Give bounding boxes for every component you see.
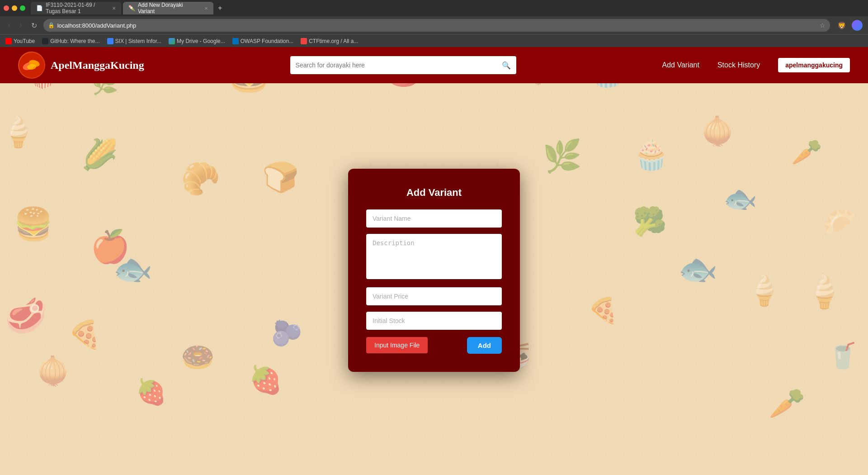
logo-image xyxy=(18,52,45,79)
new-tab-button[interactable]: + xyxy=(215,4,225,12)
bookmarks-bar: YouTube GitHub: Where the... SIX | Siste… xyxy=(0,34,868,47)
forward-button[interactable]: › xyxy=(17,19,24,31)
navbar: ApelManggaKucing 🔍 Add Variant Stock His… xyxy=(0,47,868,83)
modal-title: Add Variant xyxy=(366,187,502,199)
tab-1-label: IF3110-2021-01-69 / Tugas Besar 1 xyxy=(46,2,108,14)
address-bar[interactable] xyxy=(57,22,817,29)
address-bar-container[interactable]: 🔒 ☆ xyxy=(43,19,830,32)
nav-stock-history[interactable]: Stock History xyxy=(717,61,760,69)
price-group xyxy=(366,287,502,305)
nav-add-variant[interactable]: Add Variant xyxy=(662,61,699,69)
nav-links: Add Variant Stock History apelmanggakuci… xyxy=(662,58,850,72)
ctf-favicon xyxy=(301,38,307,44)
minimize-button[interactable] xyxy=(12,5,17,11)
bookmark-yt-label: YouTube xyxy=(14,38,35,44)
tab-2-favicon: 🍡 xyxy=(128,5,135,11)
add-variant-modal: Add Variant Input Image File Add xyxy=(348,169,520,372)
tab-1[interactable]: 📄 IF3110-2021-01-69 / Tugas Besar 1 ✕ xyxy=(31,2,121,14)
bookmark-youtube[interactable]: YouTube xyxy=(5,38,35,44)
six-favicon xyxy=(107,38,113,44)
input-image-button[interactable]: Input Image File xyxy=(366,337,428,353)
bookmark-github[interactable]: GitHub: Where the... xyxy=(42,38,99,44)
description-input[interactable] xyxy=(366,234,502,279)
yt-favicon xyxy=(5,38,12,44)
bookmark-six[interactable]: SIX | Sistem Infor... xyxy=(107,38,162,44)
stock-group xyxy=(366,312,502,330)
modal-actions: Input Image File Add xyxy=(366,337,502,354)
search-input[interactable] xyxy=(296,62,498,69)
nav-bar: ‹ › ↻ 🔒 ☆ 🦁 xyxy=(0,16,868,34)
back-button[interactable]: ‹ xyxy=(5,19,13,31)
lock-icon: 🔒 xyxy=(48,22,55,28)
bookmark-ctf-label: CTFtime.org / All a... xyxy=(309,38,358,44)
search-box: 🔍 xyxy=(290,56,516,74)
bookmark-gh-label: GitHub: Where the... xyxy=(50,38,99,44)
search-icon[interactable]: 🔍 xyxy=(502,61,511,70)
bookmark-drive[interactable]: My Drive - Google... xyxy=(169,38,225,44)
variant-name-input[interactable] xyxy=(366,209,502,228)
page: ApelManggaKucing 🔍 Add Variant Stock His… xyxy=(0,47,868,457)
description-group xyxy=(366,234,502,281)
close-button[interactable] xyxy=(4,5,9,11)
bookmark-owasp-label: OWASP Foundation... xyxy=(241,38,293,44)
initial-stock-input[interactable] xyxy=(366,312,502,330)
variant-name-group xyxy=(366,209,502,228)
brave-icon: 🦁 xyxy=(837,21,846,30)
tab-2-close[interactable]: ✕ xyxy=(204,6,208,11)
logo-svg xyxy=(19,52,44,78)
bookmark-drive-label: My Drive - Google... xyxy=(177,38,225,44)
traffic-lights xyxy=(4,5,25,11)
bookmark-six-label: SIX | Sistem Infor... xyxy=(115,38,162,44)
add-button[interactable]: Add xyxy=(467,337,502,354)
user-button[interactable]: apelmanggakucing xyxy=(778,58,850,72)
gh-favicon xyxy=(42,38,48,44)
bookmark-ctf[interactable]: CTFtime.org / All a... xyxy=(301,38,358,44)
drive-favicon xyxy=(169,38,175,44)
tab-2-label: Add New Dorayaki Variant xyxy=(138,2,200,14)
main-content: Add Variant Input Image File Add xyxy=(0,83,868,457)
tab-1-favicon: 📄 xyxy=(36,5,43,11)
brand-name: ApelManggaKucing xyxy=(51,59,144,71)
owasp-favicon xyxy=(232,38,239,44)
bookmark-owasp[interactable]: OWASP Foundation... xyxy=(232,38,293,44)
tab-1-close[interactable]: ✕ xyxy=(112,6,116,11)
bookmark-icon[interactable]: ☆ xyxy=(820,22,826,29)
fullscreen-button[interactable] xyxy=(20,5,25,11)
logo-area: ApelManggaKucing xyxy=(18,52,144,79)
browser-chrome: 📄 IF3110-2021-01-69 / Tugas Besar 1 ✕ 🍡 … xyxy=(0,0,868,47)
variant-price-input[interactable] xyxy=(366,287,502,305)
tab-bar: 📄 IF3110-2021-01-69 / Tugas Besar 1 ✕ 🍡 … xyxy=(0,0,868,16)
tab-2[interactable]: 🍡 Add New Dorayaki Variant ✕ xyxy=(123,2,213,14)
reload-button[interactable]: ↻ xyxy=(28,19,40,32)
search-area: 🔍 xyxy=(153,56,653,74)
profile-avatar[interactable] xyxy=(852,20,863,31)
